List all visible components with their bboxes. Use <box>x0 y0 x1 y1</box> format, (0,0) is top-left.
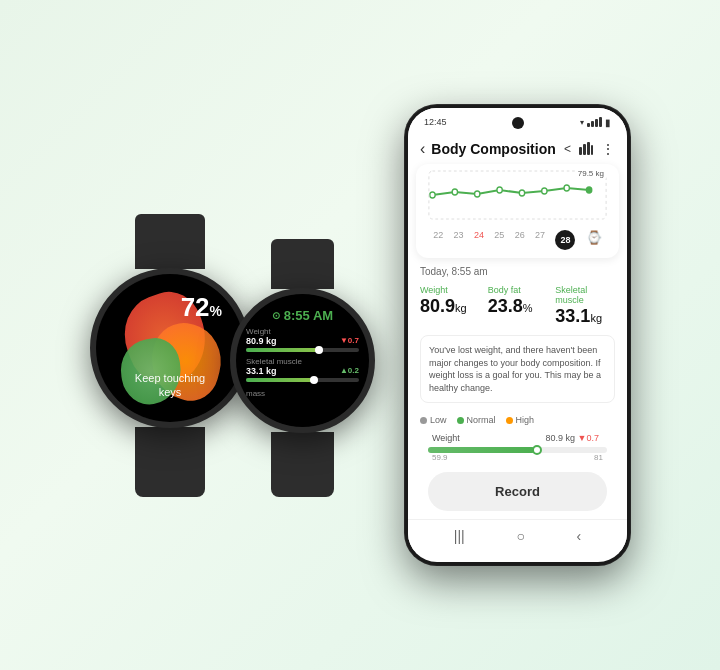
nav-menu-icon[interactable]: ||| <box>454 528 465 544</box>
weight-bar-container <box>428 447 607 453</box>
skeletal-value: 33.1 <box>555 306 590 326</box>
wifi-icon: ▾ <box>580 118 584 127</box>
date-28-today: 28 <box>555 230 575 250</box>
svg-rect-2 <box>587 142 590 155</box>
ws-value-delta: 80.9 kg ▼0.7 <box>460 433 599 443</box>
legend-normal-dot <box>457 417 464 424</box>
watch2-skeletal-metric: Skeletal muscle 33.1 kg ▲0.2 <box>246 357 359 382</box>
record-button[interactable]: Record <box>428 472 607 511</box>
svg-point-11 <box>586 187 591 193</box>
status-time: 12:45 <box>424 117 447 127</box>
metrics-row: Weight 80.9kg Body fat 23.8% Skeletal mu… <box>408 281 627 329</box>
range-max: 81 <box>594 453 603 462</box>
chart-icon[interactable] <box>579 141 593 158</box>
skeletal-unit: kg <box>590 312 602 324</box>
signal-bar-1 <box>587 123 590 127</box>
battery-icon: ▮ <box>605 117 611 128</box>
watch2-mass-label: mass <box>246 389 359 398</box>
watch-icon: ⌚ <box>586 230 602 250</box>
watch2-time: ⊙ 8:55 AM <box>246 308 359 323</box>
watch2-weight-delta: ▼0.7 <box>340 336 359 345</box>
legend-high: High <box>506 415 535 425</box>
watch1-percent: 72% <box>181 292 222 323</box>
chart-area: 79.5 kg <box>416 164 619 258</box>
date-22: 22 <box>433 230 443 250</box>
legend-low-dot <box>420 417 427 424</box>
info-text: You've lost weight, and there haven't be… <box>420 335 615 403</box>
watches-container: 72% Keep touching keys ⊙ 8:55 AM <box>90 214 375 497</box>
date-25: 25 <box>494 230 504 250</box>
bodyfat-unit: % <box>523 302 533 314</box>
phone-outer: 12:45 ▾ ▮ ‹ Body Com <box>405 105 630 565</box>
signal-bars <box>587 117 602 127</box>
metric-weight-value: 80.9kg <box>420 297 480 315</box>
watch2-weight-value-row: 80.9 kg ▼0.7 <box>246 336 359 346</box>
svg-rect-3 <box>591 145 593 155</box>
ws-value: 80.9 kg <box>546 433 576 443</box>
watch1-text-line2: keys <box>135 385 205 399</box>
nav-back-icon[interactable]: ‹ <box>576 528 581 544</box>
metric-weight: Weight 80.9kg <box>420 285 480 325</box>
legend-high-dot <box>506 417 513 424</box>
legend-low-label: Low <box>430 415 447 425</box>
metric-skeletal-label: Skeletal muscle <box>555 285 615 305</box>
weight-bar <box>246 348 359 352</box>
svg-point-9 <box>542 188 547 194</box>
watch2-time-value: 8:55 AM <box>284 308 333 323</box>
page-title: Body Composition <box>431 141 564 157</box>
watch2-strap-bottom <box>271 432 334 497</box>
signal-bar-2 <box>591 121 594 127</box>
skeletal-bar <box>246 378 359 382</box>
date-27: 27 <box>535 230 545 250</box>
legend-normal-label: Normal <box>467 415 496 425</box>
weight-summary-section: Weight 80.9 kg ▼0.7 59.9 81 <box>408 427 627 464</box>
watch2-skeletal-value: 33.1 kg <box>246 366 277 376</box>
metric-bodyfat: Body fat 23.8% <box>488 285 548 325</box>
weight-bar-fill <box>428 447 535 453</box>
watch2-weight-value: 80.9 kg <box>246 336 277 346</box>
svg-point-5 <box>452 189 457 195</box>
menu-icon[interactable]: ⋮ <box>601 141 615 157</box>
watch1-body: 72% Keep touching keys <box>90 268 250 428</box>
svg-point-10 <box>564 185 569 191</box>
weight-summary: Weight 80.9 kg ▼0.7 <box>420 429 615 447</box>
weight-range: 59.9 81 <box>420 453 615 462</box>
watch2-body: ⊙ 8:55 AM Weight 80.9 kg ▼0.7 <box>230 288 375 433</box>
watch-2: ⊙ 8:55 AM Weight 80.9 kg ▼0.7 <box>230 239 375 497</box>
watch2-skeletal-label: Skeletal muscle <box>246 357 359 366</box>
watch2-screen: ⊙ 8:55 AM Weight 80.9 kg ▼0.7 <box>236 294 369 427</box>
metric-skeletal: Skeletal muscle 33.1kg <box>555 285 615 325</box>
svg-point-8 <box>519 190 524 196</box>
metric-skeletal-value: 33.1kg <box>555 307 615 325</box>
watch2-skeletal-delta: ▲0.2 <box>340 366 359 375</box>
range-min: 59.9 <box>432 453 448 462</box>
svg-rect-1 <box>583 144 586 155</box>
weight-chart-label: 79.5 kg <box>575 168 607 179</box>
date-24: 24 <box>474 230 484 250</box>
skeletal-bar-dot <box>310 376 318 384</box>
ws-delta: ▼0.7 <box>578 433 599 443</box>
date-26: 26 <box>515 230 525 250</box>
bottom-nav: ||| ○ ‹ <box>408 519 627 551</box>
share-icon[interactable]: < <box>564 142 571 156</box>
percent-value: 72 <box>181 292 210 322</box>
phone-screen: 12:45 ▾ ▮ ‹ Body Com <box>408 108 627 562</box>
weight-bar-fill <box>246 348 319 352</box>
weight-unit: kg <box>455 302 467 314</box>
back-button[interactable]: ‹ <box>420 140 425 158</box>
metric-bodyfat-label: Body fat <box>488 285 548 295</box>
header-icons: < ⋮ <box>564 141 615 158</box>
ws-label: Weight <box>432 433 460 443</box>
watch1-strap-bottom <box>135 427 205 497</box>
nav-home-icon[interactable]: ○ <box>516 528 524 544</box>
svg-point-6 <box>475 191 480 197</box>
svg-point-7 <box>497 187 502 193</box>
phone-wrapper: 12:45 ▾ ▮ ‹ Body Com <box>405 105 630 565</box>
chart-container: 79.5 kg <box>428 170 607 224</box>
weight-value: 80.9 <box>420 296 455 316</box>
app-header: ‹ Body Composition < ⋮ <box>408 132 627 164</box>
legend-normal: Normal <box>457 415 496 425</box>
legend-low: Low <box>420 415 447 425</box>
today-label: Today, 8:55 am <box>408 258 627 281</box>
watch-1: 72% Keep touching keys <box>90 214 250 497</box>
